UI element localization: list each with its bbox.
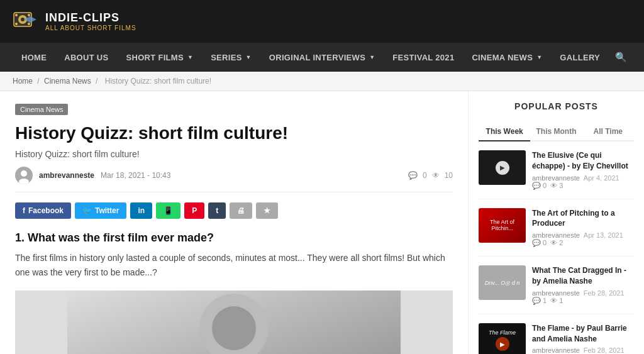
twitter-icon: 🐦 [82,206,92,215]
post-author-2: ambrevanneste [532,231,580,239]
share-twitter-button[interactable]: 🐦 Twitter [75,202,126,219]
play-button-1[interactable]: ▶ [496,161,509,175]
share-pinterest-button[interactable]: P [184,202,204,219]
comment-icon-3: 💬 1 [532,297,547,305]
article-meta: ambrevanneste Mar 18, 2021 - 10:43 💬 0 👁… [15,167,453,192]
category-badge[interactable]: Cinema News [15,104,68,115]
post-meta-2: ambrevanneste Apr 13, 2021 [532,231,634,239]
post-author-4: ambrevanneste [532,346,580,354]
article-subtitle: History Quizz: short film culture! [15,149,453,159]
whatsapp-icon: 📱 [164,206,173,215]
article-content: Cinema News History Quizz: short film cu… [0,91,468,354]
share-linkedin-button[interactable]: in [130,202,152,219]
post-title-3[interactable]: What The Cat Dragged In - by Amelia Nash… [532,265,634,287]
comment-icon: 💬 [408,171,418,180]
share-bookmark-button[interactable]: ★ [256,202,278,219]
post-author-3: ambrevanneste [532,289,580,297]
post-thumb-2[interactable]: The Art of Pitchin... [479,208,526,243]
logo-subtitle: ALL ABOUT SHORT FILMS [45,25,136,31]
share-whatsapp-button[interactable]: 📱 [156,202,180,219]
post-thumb-label-3: Driv... O◎ d n [485,280,519,286]
post-thumb-4[interactable]: The Flame ▶ [479,323,526,354]
tab-all-time[interactable]: All Time [582,123,634,140]
post-date-4: Feb 28, 2021 [584,346,625,354]
nav-festival[interactable]: FESTIVAL 2021 [384,44,463,71]
share-tumblr-button[interactable]: t [208,202,226,219]
avatar [15,167,33,184]
popular-post-4: The Flame ▶ The Flame - by Paul Barrie a… [479,323,634,354]
nav-home[interactable]: HOME [13,44,55,71]
search-icon[interactable]: 🔍 [609,43,633,72]
svg-point-9 [21,170,27,177]
breadcrumb-current: History Quizz: short film culture! [105,77,211,86]
share-print-button[interactable]: 🖨 [230,202,252,219]
post-stats-1: 💬 0 👁 3 [532,182,634,190]
share-facebook-button[interactable]: f Facebook [15,202,71,219]
breadcrumb-sep2: / [96,77,100,86]
post-info-1: The Elusive (Ce qui échappe) - by Ely Ch… [532,150,634,190]
post-date-3: Feb 28, 2021 [584,289,625,297]
main-layout: Cinema News History Quizz: short film cu… [0,91,644,354]
post-thumb-3[interactable]: Driv... O◎ d n [479,265,526,300]
post-date-2: Apr 13, 2021 [584,231,623,239]
question-1-heading: 1. What was the first film ever made? [15,231,453,245]
nav-gallery[interactable]: GALLERY [551,44,609,71]
post-info-2: The Art of Pitching to a Producer ambrev… [532,208,634,248]
nav-arrow: ▼ [246,54,252,60]
svg-point-14 [212,306,256,350]
tab-this-month[interactable]: This Month [530,123,582,140]
article-body-text: The first films in history only lasted a… [15,251,453,281]
main-nav: HOME ABOUT US SHORT FILMS ▼ SERIES ▼ ORI… [0,43,644,72]
breadcrumb: Home / Cinema News / History Quizz: shor… [0,72,644,91]
view-icon-1: 👁 3 [550,182,563,190]
post-stats-3: 💬 1 👁 1 [532,297,634,305]
svg-point-5 [15,23,18,25]
meta-stats: 💬 0 👁 10 [408,171,453,180]
nav-short-films[interactable]: SHORT FILMS ▼ [118,44,203,71]
popular-post-3: Driv... O◎ d n What The Cat Dragged In -… [479,265,634,314]
post-info-4: The Flame - by Paul Barrie and Amelia Na… [532,323,634,354]
meta-date: Mar 18, 2021 - 10:43 [101,171,170,180]
svg-point-4 [28,14,30,16]
comment-icon-2: 💬 0 [532,239,547,247]
post-title-4[interactable]: The Flame - by Paul Barrie and Amelia Na… [532,323,634,345]
post-meta-3: ambrevanneste Feb 28, 2021 [532,289,634,297]
nav-arrow: ▼ [369,54,375,60]
svg-point-3 [15,14,18,16]
logo-icon [13,8,40,35]
svg-point-6 [28,23,30,25]
play-button-4[interactable]: ▶ [496,337,509,351]
post-stats-2: 💬 0 👁 2 [532,239,634,247]
post-info-3: What The Cat Dragged In - by Amelia Nash… [532,265,634,305]
nav-arrow: ▼ [187,54,193,60]
view-icon: 👁 [432,171,440,180]
post-thumb-label-2: The Art of Pitchin... [481,219,523,231]
view-icon-3: 👁 1 [550,297,563,305]
comment-icon-1: 💬 0 [532,182,547,190]
post-author-1: ambrevanneste [532,174,580,182]
nav-series[interactable]: SERIES ▼ [202,44,260,71]
post-meta-4: ambrevanneste Feb 28, 2021 [532,346,634,354]
post-title-2[interactable]: The Art of Pitching to a Producer [532,208,634,230]
meta-author[interactable]: ambrevanneste [39,171,94,180]
nav-cinema-news[interactable]: CINEMA NEWS ▼ [463,44,551,71]
nav-original-interviews[interactable]: ORIGINAL INTERVIEWS ▼ [260,44,384,71]
logo-text-wrap: INDIE-CLIPS ALL ABOUT SHORT FILMS [45,11,136,31]
breadcrumb-home[interactable]: Home [13,77,33,86]
post-thumb-label-4: The Flame [489,329,516,336]
popular-post-2: The Art of Pitchin... The Art of Pitchin… [479,208,634,257]
logo-area[interactable]: INDIE-CLIPS ALL ABOUT SHORT FILMS [13,8,136,35]
article-image [15,290,453,354]
comment-count: 0 [423,171,427,180]
logo-title: INDIE-CLIPS [45,11,136,25]
post-thumb-1[interactable]: ▶ [479,150,526,185]
nav-about[interactable]: ABOUT US [55,44,117,71]
breadcrumb-section[interactable]: Cinema News [44,77,91,86]
tab-this-week[interactable]: This Week [479,123,530,141]
post-title-1[interactable]: The Elusive (Ce qui échappe) - by Ely Ch… [532,150,634,172]
nav-arrow: ▼ [536,54,542,60]
sidebar: POPULAR POSTS This Week This Month All T… [468,91,644,354]
post-date-1: Apr 4, 2021 [584,174,619,182]
facebook-icon: f [23,206,25,215]
view-icon-2: 👁 2 [550,239,563,247]
